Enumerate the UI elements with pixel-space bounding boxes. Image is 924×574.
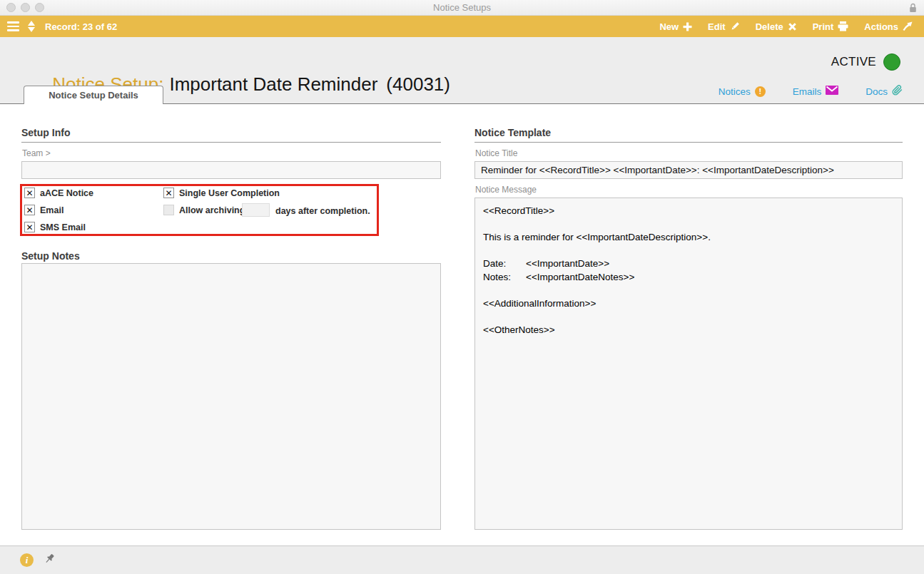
app-window: Notice Setups Record: 23 of 62 New	[0, 0, 924, 574]
notices-alert-icon: !	[755, 86, 766, 97]
checkbox-allow-archiving[interactable]: Allow archiving	[163, 205, 245, 215]
record-id: (40031)	[386, 73, 450, 95]
record-navigation-icon[interactable]	[28, 21, 35, 32]
footer-bar: i	[0, 545, 924, 574]
setup-notes-textarea[interactable]	[21, 263, 441, 530]
lock-icon	[909, 3, 917, 16]
team-input[interactable]	[21, 161, 441, 179]
header-links: Notices ! Emails Docs	[719, 85, 903, 98]
checkbox-aace-notice[interactable]: ✕ aACE Notice	[24, 188, 93, 198]
checkbox-checked-icon[interactable]: ✕	[24, 188, 35, 198]
info-icon[interactable]: i	[20, 553, 34, 567]
link-emails[interactable]: Emails	[793, 86, 839, 97]
status-indicator-green-dot	[883, 53, 900, 71]
edit-button[interactable]: Edit	[708, 21, 740, 32]
docs-paperclip-icon	[892, 85, 903, 98]
link-docs[interactable]: Docs	[865, 85, 903, 98]
status-label: ACTIVE	[831, 55, 876, 69]
checkbox-checked-icon[interactable]: ✕	[24, 205, 35, 215]
checkbox-checked-icon[interactable]: ✕	[24, 222, 35, 232]
page-header: Notice Setup:Important Date Reminder(400…	[0, 37, 924, 104]
team-label[interactable]: Team >	[22, 148, 51, 158]
menu-icon[interactable]	[7, 21, 19, 31]
checkbox-unchecked-icon[interactable]	[163, 205, 174, 215]
record-counter: Record: 23 of 62	[45, 21, 117, 32]
checkbox-checked-icon[interactable]: ✕	[163, 188, 174, 198]
window-titlebar: Notice Setups	[0, 0, 924, 16]
new-button[interactable]: New	[659, 21, 692, 32]
pencil-icon	[730, 21, 740, 31]
actions-button[interactable]: Actions	[864, 21, 913, 32]
notice-message-textarea[interactable]: <<RecordTitle>> This is a reminder for <…	[474, 198, 903, 530]
pin-icon[interactable]	[44, 553, 56, 568]
notice-title-label: Notice Title	[475, 148, 517, 158]
page-title: Notice Setup:Important Date Reminder(400…	[21, 51, 450, 118]
setup-info-heading: Setup Info	[21, 127, 441, 143]
actions-arrow-icon	[903, 21, 913, 31]
notice-title-input[interactable]: Reminder for <<RecordTitle>> <<Important…	[474, 161, 903, 179]
archiving-suffix-label: days after completion.	[275, 206, 370, 216]
checkbox-sms-email[interactable]: ✕ SMS Email	[24, 222, 86, 232]
archiving-days-input[interactable]	[242, 203, 270, 217]
printer-icon	[838, 21, 848, 31]
delete-x-icon	[788, 22, 797, 31]
notice-template-heading: Notice Template	[474, 127, 903, 143]
checkbox-single-user-completion[interactable]: ✕ Single User Completion	[163, 188, 280, 198]
tab-notice-setup-details[interactable]: Notice Setup Details	[24, 86, 163, 104]
print-button[interactable]: Print	[813, 21, 849, 32]
notice-message-label: Notice Message	[475, 185, 537, 195]
emails-envelope-icon	[826, 86, 838, 97]
window-title: Notice Setups	[0, 2, 924, 13]
link-notices[interactable]: Notices !	[719, 86, 766, 97]
main-toolbar: Record: 23 of 62 New Edit Delete	[0, 16, 924, 37]
delete-button[interactable]: Delete	[756, 21, 797, 32]
plus-icon	[683, 22, 692, 31]
record-title: Important Date Reminder	[169, 73, 377, 95]
status-badge: ACTIVE	[831, 53, 900, 71]
checkbox-email[interactable]: ✕ Email	[24, 205, 64, 215]
